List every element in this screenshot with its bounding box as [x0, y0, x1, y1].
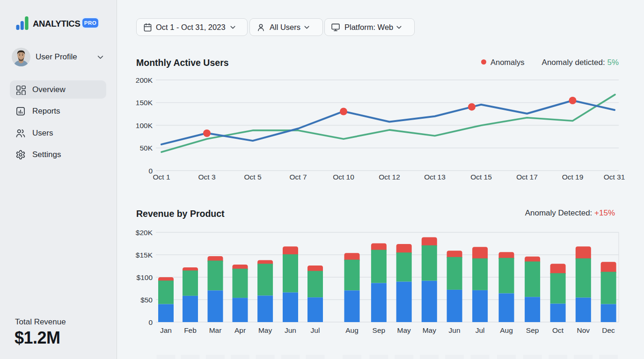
- svg-text:0: 0: [148, 167, 153, 175]
- svg-text:Oct 10: Oct 10: [333, 173, 354, 181]
- svg-text:$20K: $20K: [136, 229, 153, 237]
- svg-text:$100: $100: [137, 273, 153, 281]
- svg-text:Oct 31: Oct 31: [604, 173, 625, 181]
- svg-text:$15K: $15K: [136, 251, 153, 259]
- svg-text:Dec: Dec: [602, 326, 615, 334]
- svg-text:Jul: Jul: [311, 326, 320, 334]
- svg-text:Jun: Jun: [449, 326, 461, 334]
- svg-text:$50: $50: [140, 296, 153, 304]
- svg-text:Oct 15: Oct 15: [470, 173, 492, 181]
- svg-text:Oct 3: Oct 3: [198, 173, 215, 181]
- svg-text:200K: 200K: [136, 76, 153, 84]
- svg-text:May: May: [423, 326, 437, 334]
- svg-text:0: 0: [148, 318, 153, 326]
- svg-text:Apr: Apr: [234, 326, 246, 334]
- svg-text:May: May: [397, 326, 411, 334]
- svg-text:Jan: Jan: [160, 326, 172, 334]
- svg-text:Jul: Jul: [476, 326, 485, 334]
- svg-text:Mar: Mar: [209, 326, 222, 334]
- svg-text:Oct 7: Oct 7: [289, 173, 307, 181]
- svg-text:Oct 12: Oct 12: [379, 173, 400, 181]
- svg-text:Feb: Feb: [184, 326, 197, 334]
- svg-text:Aug: Aug: [345, 326, 359, 334]
- svg-text:Oct 1: Oct 1: [153, 173, 170, 181]
- svg-text:Oct 13: Oct 13: [424, 173, 446, 181]
- svg-text:May: May: [258, 326, 272, 334]
- svg-text:Sep: Sep: [526, 326, 539, 334]
- svg-text:Jun: Jun: [285, 326, 296, 334]
- svg-text:Oct 17: Oct 17: [516, 173, 538, 181]
- svg-text:Sep: Sep: [373, 326, 386, 334]
- svg-text:150K: 150K: [136, 99, 153, 107]
- svg-text:100K: 100K: [136, 122, 153, 129]
- svg-text:Oct 19: Oct 19: [562, 173, 584, 181]
- svg-text:50K: 50K: [139, 144, 153, 152]
- svg-text:Nov: Nov: [577, 326, 590, 334]
- svg-text:Oct 5: Oct 5: [244, 173, 261, 181]
- svg-text:Oct: Oct: [552, 326, 564, 334]
- svg-text:Aug: Aug: [500, 326, 513, 334]
